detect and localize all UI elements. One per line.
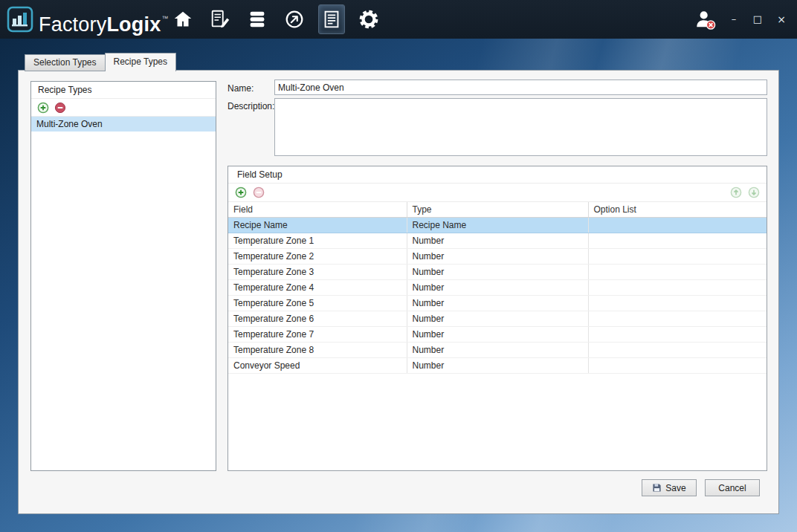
field-table-row[interactable]: Temperature Zone 6Number bbox=[228, 311, 767, 327]
column-header-option-list[interactable]: Option List bbox=[588, 202, 767, 218]
move-field-up-button[interactable] bbox=[730, 186, 742, 198]
nav-data-entry-icon[interactable] bbox=[207, 4, 233, 34]
field-table-row[interactable]: Recipe NameRecipe Name bbox=[228, 218, 767, 233]
field-cell-type: Number bbox=[407, 343, 588, 358]
tab-recipe-types[interactable]: Recipe Types bbox=[105, 53, 177, 71]
trademark: ™ bbox=[161, 15, 168, 22]
close-button[interactable]: × bbox=[773, 11, 790, 27]
factorylogix-logo-icon bbox=[7, 4, 33, 34]
field-table-row[interactable]: Conveyor SpeedNumber bbox=[228, 358, 767, 374]
cancel-button[interactable]: Cancel bbox=[705, 479, 760, 496]
field-table-row[interactable]: Temperature Zone 2Number bbox=[228, 249, 767, 265]
nav-document-templates-icon[interactable] bbox=[318, 4, 345, 34]
field-cell-type: Number bbox=[407, 233, 588, 249]
column-header-field[interactable]: Field bbox=[228, 202, 407, 218]
field-cell-type: Number bbox=[407, 311, 588, 327]
recipe-types-listbox: Recipe Types Multi-Zone Oven bbox=[30, 81, 216, 471]
field-table: Field Type Option List Recipe NameRecipe… bbox=[228, 202, 767, 374]
brand-bold: Logix bbox=[106, 13, 161, 36]
remove-recipe-type-button[interactable] bbox=[54, 102, 66, 114]
field-cell-type: Number bbox=[407, 265, 588, 280]
tab-strip: Selection Types Recipe Types bbox=[25, 53, 176, 71]
recipe-type-list-items: Multi-Zone Oven bbox=[31, 117, 216, 132]
field-cell-field: Recipe Name bbox=[228, 218, 407, 233]
nav-settings-gear-icon[interactable] bbox=[355, 4, 382, 34]
workspace-background: Selection Types Recipe Types Recipe Type… bbox=[0, 39, 797, 532]
nav-materials-stack-icon[interactable] bbox=[244, 4, 271, 34]
field-cell-field: Temperature Zone 5 bbox=[228, 296, 407, 311]
field-cell-type: Number bbox=[407, 280, 588, 296]
recipe-type-item[interactable]: Multi-Zone Oven bbox=[31, 117, 216, 132]
field-table-row[interactable]: Temperature Zone 1Number bbox=[228, 233, 767, 249]
field-setup-toolbar bbox=[228, 184, 767, 202]
field-cell-option-list bbox=[588, 327, 767, 343]
description-label: Description: bbox=[228, 101, 274, 111]
field-cell-field: Temperature Zone 3 bbox=[228, 265, 407, 280]
field-cell-type: Number bbox=[407, 327, 588, 343]
field-table-row[interactable]: Temperature Zone 3Number bbox=[228, 265, 767, 280]
user-account-icon[interactable] bbox=[694, 8, 718, 30]
field-cell-field: Temperature Zone 4 bbox=[228, 280, 407, 296]
tab-selection-types[interactable]: Selection Types bbox=[25, 54, 105, 71]
field-cell-option-list bbox=[588, 311, 767, 327]
field-cell-field: Temperature Zone 7 bbox=[228, 327, 407, 343]
field-setup-title: Field Setup bbox=[228, 166, 767, 184]
field-cell-option-list bbox=[588, 296, 767, 311]
name-input[interactable] bbox=[274, 80, 767, 95]
remove-field-button[interactable] bbox=[253, 186, 265, 198]
save-button[interactable]: Save bbox=[642, 479, 697, 496]
recipe-types-list-title: Recipe Types bbox=[31, 82, 216, 99]
cancel-button-label: Cancel bbox=[718, 483, 746, 493]
app-title: FactoryLogix™ bbox=[39, 0, 169, 39]
field-table-row[interactable]: Temperature Zone 7Number bbox=[228, 327, 767, 343]
titlebar-right: – □ × bbox=[694, 0, 790, 39]
nav-home-icon[interactable] bbox=[170, 4, 196, 34]
field-cell-type: Number bbox=[407, 296, 588, 311]
titlebar: FactoryLogix™ bbox=[0, 0, 797, 39]
field-cell-field: Temperature Zone 1 bbox=[228, 233, 407, 249]
minimize-button[interactable]: – bbox=[726, 11, 742, 27]
name-label: Name: bbox=[228, 83, 254, 94]
field-cell-option-list bbox=[588, 280, 767, 296]
field-cell-option-list bbox=[588, 265, 767, 280]
brand-regular: Factory bbox=[39, 13, 106, 36]
description-input[interactable] bbox=[274, 98, 767, 156]
add-field-button[interactable] bbox=[235, 186, 247, 198]
save-floppy-icon bbox=[652, 483, 662, 493]
move-field-down-button[interactable] bbox=[748, 186, 760, 198]
nav-dispatch-compass-icon[interactable] bbox=[281, 4, 308, 34]
field-cell-option-list bbox=[588, 233, 767, 249]
field-cell-option-list bbox=[588, 218, 767, 233]
maximize-button[interactable]: □ bbox=[749, 11, 766, 27]
field-setup-group: Field Setup bbox=[228, 166, 767, 471]
app-window: FactoryLogix™ bbox=[0, 0, 797, 532]
column-header-type[interactable]: Type bbox=[407, 202, 588, 218]
main-nav bbox=[170, 0, 382, 39]
field-cell-field: Temperature Zone 8 bbox=[228, 343, 407, 358]
field-cell-option-list bbox=[588, 358, 767, 374]
save-button-label: Save bbox=[665, 483, 685, 493]
field-table-row[interactable]: Temperature Zone 4Number bbox=[228, 280, 767, 296]
field-table-header-row: Field Type Option List bbox=[228, 202, 767, 218]
field-cell-field: Temperature Zone 2 bbox=[228, 249, 407, 265]
field-table-row[interactable]: Temperature Zone 8Number bbox=[228, 343, 767, 358]
field-cell-type: Number bbox=[407, 358, 588, 374]
field-cell-option-list bbox=[588, 249, 767, 265]
field-table-row[interactable]: Temperature Zone 5Number bbox=[228, 296, 767, 311]
field-cell-type: Recipe Name bbox=[407, 218, 588, 233]
field-cell-type: Number bbox=[407, 249, 588, 265]
recipe-types-page: Recipe Types Multi-Zone Oven Name: Descr… bbox=[18, 70, 779, 514]
recipe-types-toolbar bbox=[31, 99, 216, 117]
field-table-body: Recipe NameRecipe NameTemperature Zone 1… bbox=[228, 218, 767, 374]
field-cell-option-list bbox=[588, 343, 767, 358]
field-cell-field: Temperature Zone 6 bbox=[228, 311, 407, 327]
field-cell-field: Conveyor Speed bbox=[228, 358, 407, 374]
add-recipe-type-button[interactable] bbox=[37, 102, 49, 114]
